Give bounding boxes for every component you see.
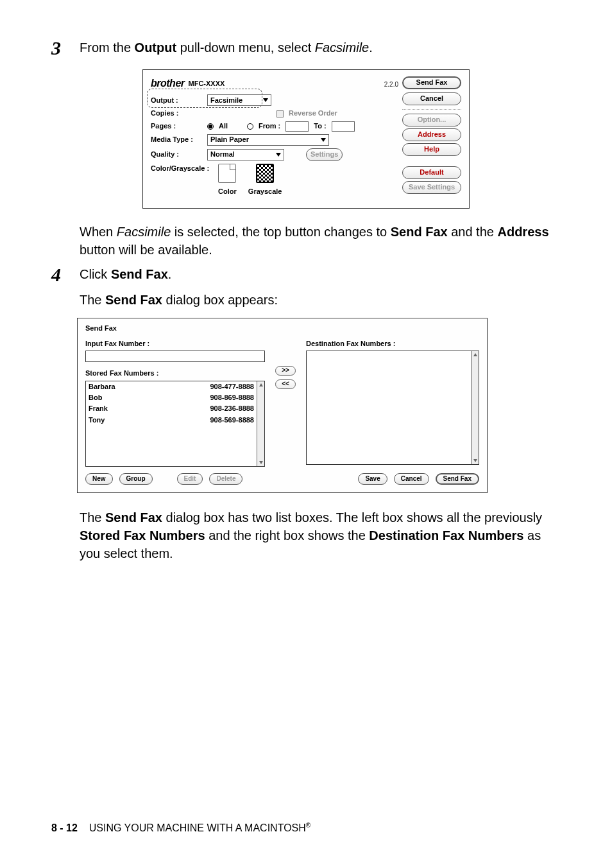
text: Stored Fax Numbers	[80, 528, 205, 542]
chevron-down-icon	[321, 138, 326, 142]
output-label: Output :	[151, 96, 202, 105]
dialog-title: Send Fax	[85, 324, 479, 333]
send-fax-dialog: Send Fax Input Fax Number : Stored Fax N…	[77, 318, 488, 492]
media-select[interactable]: Plain Paper	[207, 134, 329, 146]
scrollbar[interactable]	[471, 351, 479, 464]
scroll-down-icon[interactable]	[472, 457, 479, 464]
chevron-down-icon	[263, 98, 268, 102]
contact-number: 908-869-8888	[210, 393, 254, 403]
grayscale-icon[interactable]	[256, 164, 274, 183]
text: Send Fax	[391, 225, 448, 239]
registered-mark: ®	[306, 822, 310, 829]
contact-number: 908-477-8888	[210, 382, 254, 392]
save-button[interactable]: Save	[358, 473, 387, 485]
paragraph: The Send Fax dialog box appears:	[80, 291, 561, 309]
color-icon[interactable]	[218, 164, 236, 183]
quality-label: Quality :	[151, 150, 202, 159]
step-number: 3	[51, 39, 80, 58]
step-4: 4 Click Send Fax.	[51, 265, 561, 284]
contact-name: Tony	[89, 415, 105, 425]
version-text: 2.2.0	[384, 80, 398, 89]
page-number: 8 - 12	[51, 823, 78, 834]
add-button[interactable]: >>	[275, 366, 296, 376]
list-item[interactable]: Tony908-569-8888	[86, 415, 257, 426]
scroll-up-icon[interactable]	[472, 351, 479, 358]
text: .	[168, 267, 172, 281]
brother-logo: brother	[151, 76, 185, 91]
option-button[interactable]: Option...	[402, 114, 461, 126]
copies-label: Copies :	[151, 108, 202, 118]
scroll-down-icon[interactable]	[257, 459, 264, 466]
text: When	[80, 225, 117, 239]
text: From the	[80, 40, 135, 55]
colorgrayscale-label: Color/Grayscale :	[151, 164, 209, 173]
text: Send Fax	[111, 267, 168, 281]
text: The	[80, 293, 105, 307]
model-text: MFC-XXXX	[189, 79, 225, 89]
text: Output	[135, 40, 177, 55]
footer-text: USING YOUR MACHINE WITH A MACINTOSH	[89, 823, 306, 834]
stored-fax-listbox[interactable]: Barbara908-477-8888Bob908-869-8888Frank9…	[85, 381, 265, 467]
dest-fax-label: Destination Fax Numbers :	[306, 339, 479, 349]
text: button will be available.	[80, 243, 212, 257]
group-button[interactable]: Group	[119, 473, 153, 485]
list-item[interactable]: Frank908-236-8888	[86, 403, 257, 414]
step-3: 3 From the Output pull-down menu, select…	[51, 39, 561, 58]
text: dialog box has two list boxes. The left …	[162, 510, 542, 525]
text: Address	[497, 225, 548, 239]
contact-number: 908-236-8888	[210, 404, 254, 413]
list-item[interactable]: Bob908-869-8888	[86, 392, 257, 403]
dest-fax-listbox[interactable]	[306, 351, 479, 465]
text: dialog box appears:	[162, 293, 278, 307]
list-item[interactable]: Barbara908-477-8888	[86, 381, 257, 392]
default-button[interactable]: Default	[402, 166, 461, 179]
send-fax-button[interactable]: Send Fax	[402, 76, 461, 89]
reverse-order-checkbox[interactable]	[276, 110, 284, 117]
new-button[interactable]: New	[85, 473, 113, 485]
scroll-up-icon[interactable]	[257, 381, 264, 388]
pages-from-radio[interactable]	[247, 123, 253, 130]
contact-name: Frank	[89, 404, 108, 413]
save-settings-button[interactable]: Save Settings	[402, 181, 461, 194]
pages-to-input[interactable]	[332, 121, 355, 132]
stored-fax-label: Stored Fax Numbers :	[85, 369, 265, 378]
send-fax-button[interactable]: Send Fax	[436, 473, 479, 485]
reverse-order-label: Reverse Order	[289, 108, 337, 118]
pages-all-radio[interactable]	[207, 123, 214, 130]
address-button[interactable]: Address	[402, 128, 461, 141]
text: is selected, the top button changes to	[171, 225, 390, 239]
page-footer: 8 - 12 USING YOUR MACHINE WITH A MACINTO…	[51, 821, 310, 836]
contact-name: Bob	[89, 393, 102, 403]
cancel-button[interactable]: Cancel	[402, 92, 461, 105]
remove-button[interactable]: <<	[275, 379, 296, 389]
contact-number: 908-569-8888	[210, 415, 254, 425]
pages-label: Pages :	[151, 121, 202, 131]
output-select[interactable]: Facsimile	[207, 94, 271, 106]
quality-select[interactable]: Normal	[207, 149, 284, 161]
pages-from-input[interactable]	[285, 121, 309, 132]
quality-value: Normal	[210, 150, 235, 159]
text: and the right box shows the	[205, 528, 370, 542]
grayscale-label: Grayscale	[248, 187, 282, 195]
scrollbar[interactable]	[257, 381, 264, 466]
input-fax-label: Input Fax Number :	[85, 339, 265, 349]
text: pull-down menu, select	[176, 40, 315, 55]
step-number: 4	[51, 265, 80, 284]
help-button[interactable]: Help	[402, 143, 461, 156]
cancel-button[interactable]: Cancel	[394, 473, 429, 485]
pages-from-label: From :	[259, 121, 280, 131]
contact-name: Barbara	[89, 382, 115, 392]
paragraph: When Facsimile is selected, the top butt…	[80, 223, 561, 259]
step-text: Click Send Fax.	[80, 265, 561, 284]
input-fax-field[interactable]	[85, 351, 265, 362]
edit-button[interactable]: Edit	[177, 473, 203, 485]
text: .	[369, 40, 373, 55]
text: Click	[80, 267, 111, 281]
text: The	[80, 510, 105, 525]
media-value: Plain Paper	[210, 135, 249, 144]
settings-button[interactable]: Settings	[306, 148, 343, 161]
media-label: Media Type :	[151, 135, 202, 144]
text: Destination Fax Numbers	[369, 528, 523, 542]
delete-button[interactable]: Delete	[209, 473, 242, 485]
pages-all-label: All	[219, 121, 228, 131]
